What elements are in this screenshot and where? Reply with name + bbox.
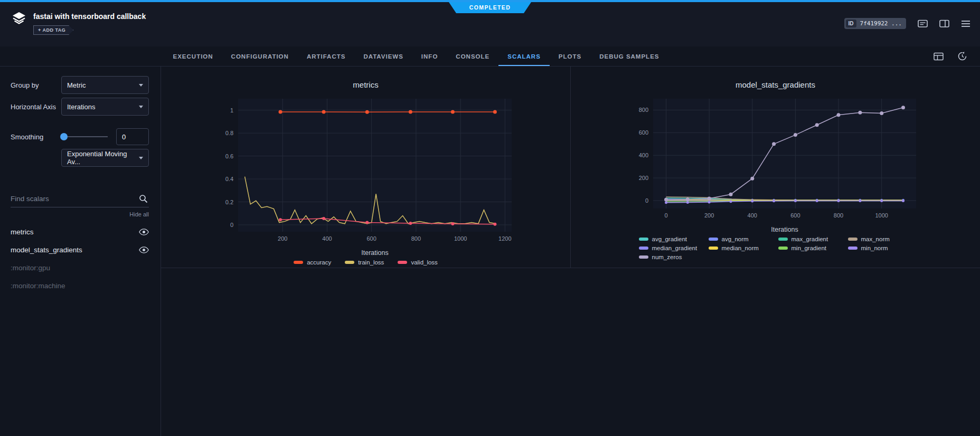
metric-item-monitor-machine[interactable]: :monitor:machine xyxy=(11,277,149,295)
find-scalars-input[interactable] xyxy=(11,191,134,206)
chevron-down-icon xyxy=(139,84,143,87)
legend-label: min_gradient xyxy=(791,245,826,251)
svg-text:400: 400 xyxy=(322,235,332,242)
metric-item-label: metrics xyxy=(11,228,34,236)
legend-label: min_norm xyxy=(861,245,888,251)
legend-item-median_gradient[interactable]: median_gradient xyxy=(639,245,703,251)
smoothing-slider[interactable] xyxy=(61,136,108,137)
svg-text:600: 600 xyxy=(366,235,376,242)
tab-console[interactable]: CONSOLE xyxy=(447,46,498,66)
search-icon[interactable] xyxy=(139,194,148,205)
legend-label: max_norm xyxy=(861,236,890,242)
visibility-eye-icon[interactable] xyxy=(139,247,149,253)
svg-text:600: 600 xyxy=(638,129,648,136)
tab-info[interactable]: INFO xyxy=(412,46,447,66)
refresh-history-icon[interactable] xyxy=(957,51,967,61)
details-panel-icon[interactable] xyxy=(939,20,949,28)
experiment-title: fastai with tensorboard callback xyxy=(33,12,146,21)
tab-execution[interactable]: EXECUTION xyxy=(164,46,222,66)
legend-swatch xyxy=(848,238,858,241)
horizontal-axis-row: Horizontal Axis Iterations xyxy=(11,98,149,116)
model-stats-gradients-chart[interactable]: 020040060080010000200400600800Iterations xyxy=(623,91,929,235)
tab-plots[interactable]: PLOTS xyxy=(550,46,590,66)
metrics-legend: accuracytrain_lossvalid_loss xyxy=(161,259,570,266)
legend-item-median_norm[interactable]: median_norm xyxy=(709,245,773,251)
legend-label: avg_gradient xyxy=(652,236,687,242)
smoothing-type-row: Exponential Moving Av... xyxy=(11,149,149,167)
model-stats-gradients-legend: avg_gradientavg_normmax_gradientmax_norm… xyxy=(571,236,980,260)
legend-swatch xyxy=(639,238,648,241)
svg-text:0.8: 0.8 xyxy=(225,130,233,136)
metric-item-model-stats-gradients[interactable]: model_stats_gradients xyxy=(11,241,149,259)
smoothing-label: Smoothing xyxy=(11,133,61,141)
legend-label: num_zeros xyxy=(652,254,682,260)
group-by-label: Group by xyxy=(11,81,61,89)
svg-text:200: 200 xyxy=(278,235,287,242)
svg-text:1200: 1200 xyxy=(498,235,511,242)
group-by-select[interactable]: Metric xyxy=(61,76,149,94)
chart-panel-model-stats-gradients: model_stats_gradients 020040060080010000… xyxy=(570,67,980,268)
legend-swatch xyxy=(709,247,718,250)
svg-text:400: 400 xyxy=(638,152,648,158)
experiment-id-badge[interactable]: ID 7f419922 ... xyxy=(844,18,906,29)
smoothing-slider-thumb[interactable] xyxy=(60,133,68,140)
hide-all-button[interactable]: Hide all xyxy=(11,211,149,217)
metrics-table-icon[interactable] xyxy=(934,52,944,61)
legend-item-num_zeros[interactable]: num_zeros xyxy=(639,254,703,260)
legend-item-min_norm[interactable]: min_norm xyxy=(848,245,912,251)
metric-item-monitor-gpu[interactable]: :monitor:gpu xyxy=(11,259,149,277)
legend-item-valid_loss[interactable]: valid_loss xyxy=(398,259,438,266)
svg-text:800: 800 xyxy=(638,107,648,113)
tab-list: EXECUTIONCONFIGURATIONARTIFACTSDATAVIEWS… xyxy=(164,46,668,66)
tab-scalars[interactable]: SCALARS xyxy=(498,46,550,66)
legend-item-min_gradient[interactable]: min_gradient xyxy=(778,245,843,251)
legend-item-accuracy[interactable]: accuracy xyxy=(294,259,331,266)
metrics-chart[interactable]: 2004006008001000120000.20.40.60.81Iterat… xyxy=(208,91,524,258)
legend-item-avg_gradient[interactable]: avg_gradient xyxy=(639,236,703,242)
legend-swatch xyxy=(709,238,718,241)
chevron-down-icon xyxy=(139,106,143,108)
smoothing-type-select[interactable]: Exponential Moving Av... xyxy=(61,149,149,167)
id-value: 7f419922 ... xyxy=(860,20,902,27)
metric-item-metrics[interactable]: metrics xyxy=(11,223,149,241)
metric-item-label: model_stats_gradients xyxy=(11,246,82,254)
legend-item-max_gradient[interactable]: max_gradient xyxy=(778,236,843,242)
svg-text:0: 0 xyxy=(645,197,648,204)
svg-text:Iterations: Iterations xyxy=(361,249,388,257)
visibility-eye-icon[interactable] xyxy=(139,229,149,235)
legend-swatch xyxy=(639,247,648,250)
metric-item-label: :monitor:gpu xyxy=(11,264,50,272)
legend-label: valid_loss xyxy=(411,259,438,266)
tab-debug-samples[interactable]: DEBUG SAMPLES xyxy=(590,46,668,66)
legend-item-avg_norm[interactable]: avg_norm xyxy=(709,236,773,242)
legend-swatch xyxy=(848,247,858,250)
tab-artifacts[interactable]: ARTIFACTS xyxy=(298,46,355,66)
metric-list: metricsmodel_stats_gradients:monitor:gpu… xyxy=(11,223,149,295)
legend-label: median_gradient xyxy=(652,245,698,251)
comments-icon[interactable] xyxy=(918,20,928,28)
legend-swatch xyxy=(778,238,788,241)
chart-panel-metrics: metrics 2004006008001000120000.20.40.60.… xyxy=(161,67,570,268)
svg-text:200: 200 xyxy=(704,212,713,219)
add-tag-button[interactable]: + ADD TAG xyxy=(33,25,73,35)
scalars-sidebar: Group by Metric Horizontal Axis Iteratio… xyxy=(0,67,161,436)
legend-swatch xyxy=(639,255,648,259)
tab-configuration[interactable]: CONFIGURATION xyxy=(222,46,298,66)
svg-text:200: 200 xyxy=(638,175,648,181)
legend-item-train_loss[interactable]: train_loss xyxy=(345,259,384,266)
legend-swatch xyxy=(294,261,303,264)
horizontal-axis-select[interactable]: Iterations xyxy=(61,98,149,116)
svg-text:1000: 1000 xyxy=(875,212,888,219)
find-scalars-row xyxy=(11,191,149,207)
tab-dataviews[interactable]: DATAVIEWS xyxy=(354,46,412,66)
group-by-row: Group by Metric xyxy=(11,76,149,94)
horizontal-axis-label: Horizontal Axis xyxy=(11,103,61,111)
svg-text:0.6: 0.6 xyxy=(225,153,233,159)
smoothing-value-input[interactable] xyxy=(116,128,149,145)
menu-icon[interactable] xyxy=(961,20,970,27)
legend-item-max_norm[interactable]: max_norm xyxy=(848,236,912,242)
svg-text:0.4: 0.4 xyxy=(225,176,233,182)
svg-text:0: 0 xyxy=(664,212,667,219)
status-badge: COMPLETED xyxy=(449,2,531,13)
header-actions: ID 7f419922 ... xyxy=(844,18,970,29)
